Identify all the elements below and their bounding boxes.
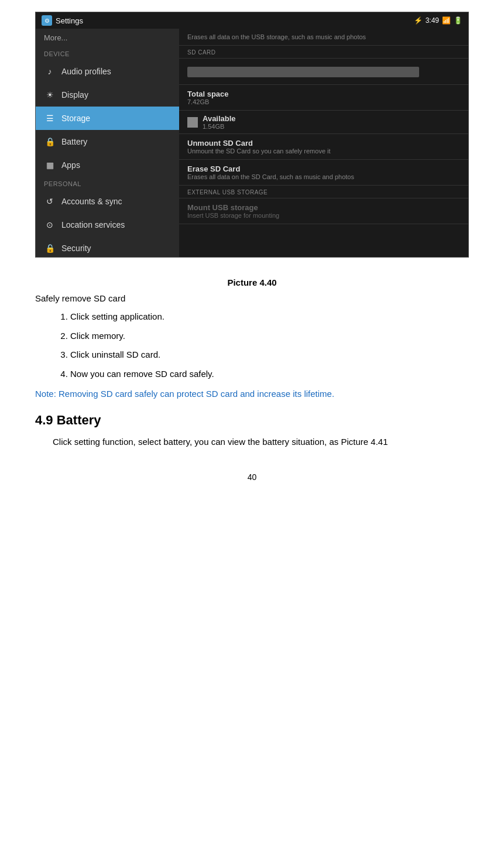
- screenshot: ⚙ Settings ⚡ 3:49 📶 🔋 More... DEVICE ♪ A…: [35, 12, 469, 258]
- audio-icon: ♪: [44, 66, 56, 77]
- sidebar-item-label: Location services: [61, 220, 125, 229]
- unmount-title: Unmount SD Card: [187, 139, 460, 148]
- caption: Picture 4.40: [35, 277, 469, 287]
- list-item: Click uninstall SD card.: [70, 348, 469, 362]
- sidebar-item-label: Display: [61, 90, 88, 100]
- sidebar: More... DEVICE ♪ Audio profiles ☀ Displa…: [36, 29, 179, 257]
- location-icon: ⊙: [44, 219, 56, 231]
- total-space-label: Total space: [187, 90, 460, 98]
- available-value: 1.54GB: [203, 123, 236, 130]
- time-display: 3:49: [426, 16, 439, 25]
- security-icon: 🔒: [44, 242, 56, 254]
- sidebar-item-location[interactable]: ⊙ Location services: [36, 213, 179, 237]
- mount-title: Mount USB storage: [187, 203, 460, 212]
- main-area: More... DEVICE ♪ Audio profiles ☀ Displa…: [36, 29, 468, 257]
- total-space-value: 7.42GB: [187, 98, 460, 105]
- page-number: 40: [0, 472, 504, 482]
- sidebar-item-label: Apps: [61, 160, 80, 170]
- sidebar-item-label: Storage: [61, 114, 90, 123]
- list-item: Click memory.: [70, 330, 469, 343]
- available-icon: [187, 117, 198, 128]
- intro-text: Safely remove SD card: [35, 293, 469, 303]
- settings-app-icon: ⚙: [42, 15, 52, 26]
- steps-list: Click setting application. Click memory.…: [70, 310, 469, 381]
- sidebar-item-display[interactable]: ☀ Display: [36, 83, 179, 107]
- screenshot-container: ⚙ Settings ⚡ 3:49 📶 🔋 More... DEVICE ♪ A…: [0, 0, 504, 263]
- unmount-subtitle: Unmount the SD Card so you can safely re…: [187, 148, 460, 155]
- external-usb-label: EXTERNAL USB STORAGE: [179, 186, 468, 198]
- page-content: Picture 4.40 Safely remove SD card Click…: [0, 263, 504, 455]
- app-title: Settings: [56, 16, 83, 25]
- sidebar-item-storage[interactable]: ☰ Storage: [36, 107, 179, 130]
- note-text: Note: Removing SD card safely can protec…: [35, 389, 469, 399]
- usb-icon: ⚡: [414, 16, 423, 25]
- available-label: Available: [203, 114, 236, 123]
- battery-icon: 🔋: [454, 16, 462, 25]
- personal-section-label: PERSONAL: [36, 177, 179, 190]
- sidebar-item-security[interactable]: 🔒 Security: [36, 237, 179, 257]
- right-panel: Erases all data on the USB storage, such…: [179, 29, 468, 257]
- storage-icon: ☰: [44, 112, 56, 124]
- storage-bar: [187, 67, 419, 77]
- status-bar: ⚙ Settings ⚡ 3:49 📶 🔋: [36, 12, 468, 29]
- sidebar-item-audio[interactable]: ♪ Audio profiles: [36, 60, 179, 83]
- total-space-row: Total space 7.42GB: [179, 85, 468, 111]
- unmount-row[interactable]: Unmount SD Card Unmount the SD Card so y…: [179, 134, 468, 160]
- sidebar-item-label: Accounts & sync: [61, 197, 122, 206]
- battery-sidebar-icon: 🔒: [44, 136, 56, 148]
- sidebar-item-label: Battery: [61, 137, 87, 146]
- sidebar-item-label: Security: [61, 244, 91, 253]
- status-bar-right: ⚡ 3:49 📶 🔋: [414, 16, 462, 25]
- erase-subtitle: Erases all data on the SD Card, such as …: [187, 173, 460, 180]
- usb-erase-text: Erases all data on the USB storage, such…: [187, 33, 460, 40]
- sidebar-item-label: Audio profiles: [61, 67, 111, 76]
- device-section-label: DEVICE: [36, 47, 179, 60]
- list-item: Now you can remove SD card safely.: [70, 368, 469, 381]
- signal-icon: 📶: [442, 16, 451, 25]
- usb-erase-row: Erases all data on the USB storage, such…: [179, 29, 468, 46]
- sidebar-item-battery[interactable]: 🔒 Battery: [36, 130, 179, 153]
- sd-card-label: SD CARD: [179, 46, 468, 59]
- erase-row[interactable]: Erase SD Card Erases all data on the SD …: [179, 160, 468, 186]
- available-row: Available 1.54GB: [179, 111, 468, 134]
- display-icon: ☀: [44, 89, 56, 101]
- section-heading: 4.9 Battery: [35, 413, 469, 428]
- mount-usb-row[interactable]: Mount USB storage Insert USB storage for…: [179, 198, 468, 224]
- storage-bar-row: [179, 59, 468, 85]
- status-bar-left: ⚙ Settings: [42, 15, 83, 26]
- list-item: Click setting application.: [70, 310, 469, 324]
- available-text-block: Available 1.54GB: [203, 114, 236, 130]
- erase-title: Erase SD Card: [187, 164, 460, 173]
- sidebar-item-accounts[interactable]: ↺ Accounts & sync: [36, 190, 179, 213]
- mount-subtitle: Insert USB storage for mounting: [187, 212, 460, 219]
- apps-icon: ▦: [44, 159, 56, 171]
- sidebar-more[interactable]: More...: [36, 29, 179, 47]
- accounts-icon: ↺: [44, 196, 56, 207]
- sidebar-item-apps[interactable]: ▦ Apps: [36, 153, 179, 177]
- section-intro: Click setting function, select battery, …: [53, 435, 469, 449]
